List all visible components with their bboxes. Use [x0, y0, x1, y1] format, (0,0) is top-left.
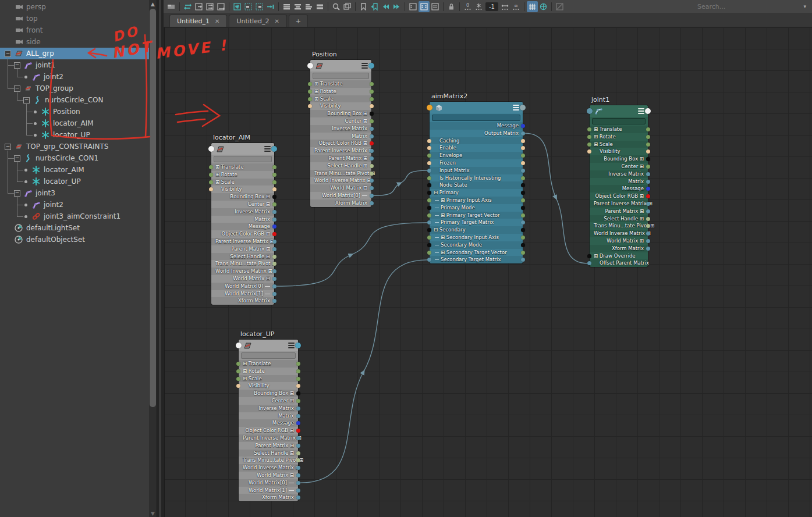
add-node-icon[interactable]: [166, 1, 177, 12]
output-port-dot[interactable]: [272, 284, 276, 288]
outliner-item-joint1[interactable]: −joint1: [0, 59, 149, 71]
outliner-item-TOP_grp_CONSTRAINTS[interactable]: −TOP_grp_CONSTRAINTS: [0, 141, 149, 152]
attr-row-Inverse-Matrix[interactable]: Inverse Matrix: [211, 208, 274, 216]
input-port-dot[interactable]: [209, 173, 213, 177]
input-port-dot[interactable]: [236, 384, 240, 388]
attr-row---Secondary-Input-Axis[interactable]: ⊞ Secondary Input Axis: [430, 234, 523, 241]
output-port-dot[interactable]: [521, 213, 525, 218]
attr-row-World-Matrix[0][interactable]: World Matrix[0]: [211, 283, 274, 290]
output-port-dot[interactable]: [272, 180, 276, 184]
attr-row-Matrix[interactable]: Matrix: [211, 216, 274, 223]
output-port-dot[interactable]: [296, 473, 300, 477]
swatch-lr-icon[interactable]: [499, 1, 510, 12]
search-input[interactable]: [696, 2, 792, 11]
attr-filter-field[interactable]: [214, 156, 272, 162]
input-port-dot[interactable]: [308, 90, 312, 94]
attr-row-Trans-Minu...tate-Pivot--[interactable]: Trans Minu...tate Pivot ⊞: [310, 170, 371, 177]
grid-snap-icon[interactable]: [527, 1, 538, 12]
outliner-item-nurbsCircle_CON1[interactable]: −nurbsCircle_CON1: [0, 152, 149, 164]
output-port-dot[interactable]: [521, 243, 525, 247]
outliner-item-locator_AIM[interactable]: locator_AIM: [0, 164, 149, 176]
outliner-item-Position[interactable]: Position: [0, 106, 149, 117]
input-port-dot[interactable]: [427, 169, 431, 173]
attr-row-Bounding-Box--[interactable]: Bounding Box ⊞: [590, 155, 648, 163]
attr-row-Xform-Matrix[interactable]: Xform Matrix: [239, 494, 298, 501]
outliner-item-joint2[interactable]: joint2: [0, 71, 149, 83]
input-port-dot[interactable]: [427, 251, 431, 255]
attr-row---Translate[interactable]: ⊞ Translate: [310, 80, 371, 88]
panel-divider[interactable]: [157, 0, 165, 517]
outliner-scrollbar[interactable]: ▲ ▼: [149, 0, 157, 517]
input-port-dot[interactable]: [308, 104, 312, 108]
node-joint1[interactable]: joint1 ⊞ Translate⊞ Rotate⊞ ScaleVisibil…: [590, 105, 648, 267]
output-port-dot[interactable]: [646, 165, 650, 169]
outliner-item-joint3[interactable]: −joint3: [0, 187, 149, 199]
node-locator_UP[interactable]: locator_UP ⊞ Translate⊞ Rotate⊞ ScaleVis…: [239, 340, 298, 501]
node-position[interactable]: Position ⊞ Translate⊞ Rotate⊞ ScaleVisib…: [310, 60, 371, 207]
attr-row---Scale[interactable]: ⊞ Scale: [590, 141, 648, 148]
tab-Untitled_1[interactable]: Untitled_1✕: [169, 15, 227, 27]
attr-row-Trans-Minu...tate-Pivot--[interactable]: Trans Minu...tate Pivot ⊞: [239, 457, 298, 464]
attr-row-World-Matrix[0][interactable]: World Matrix[0]: [239, 479, 298, 487]
attr-row-Enable[interactable]: Enable: [430, 144, 523, 152]
input-port-dot[interactable]: [427, 213, 431, 218]
output-port-dot[interactable]: [646, 247, 650, 251]
attr-row-Select-Handle--[interactable]: Select Handle ⊞: [310, 162, 371, 170]
scroll-down-icon[interactable]: ▼: [149, 509, 157, 517]
attr-row-Bounding-Box--[interactable]: Bounding Box ⊞: [239, 390, 298, 397]
input-port-dot[interactable]: [427, 161, 431, 165]
attr-row-Input-Matrix[interactable]: Input Matrix: [430, 167, 523, 174]
attr-row-Parent-Inverse-Matrix--[interactable]: Parent Inverse Matrix ⊞: [310, 147, 371, 155]
output-port-dot[interactable]: [521, 236, 525, 240]
attr-row-Bounding-Box--[interactable]: Bounding Box ⊞: [211, 193, 274, 201]
node-menu-icon[interactable]: [264, 146, 271, 152]
input-port-dot[interactable]: [209, 165, 213, 169]
attr-row-Visibility[interactable]: Visibility: [211, 186, 274, 193]
attr-row-Parent-Matrix--[interactable]: Parent Matrix ⊞: [211, 245, 274, 253]
output-port-dot[interactable]: [370, 82, 374, 86]
collapse-icon[interactable]: −: [14, 190, 20, 197]
attr-filter-field[interactable]: [432, 115, 520, 121]
show-outputs-icon[interactable]: [254, 1, 265, 12]
attr-row-Select-Handle--[interactable]: Select Handle ⊞: [211, 253, 274, 261]
input-port-dot[interactable]: [427, 146, 431, 150]
attr-row-Select-Handle--[interactable]: Select Handle ⊞: [590, 215, 648, 223]
attr-row-Center--[interactable]: Center ⊞: [211, 201, 274, 208]
input-port-dot[interactable]: [587, 135, 591, 139]
output-port-dot[interactable]: [272, 218, 276, 222]
select-network-icon[interactable]: [232, 1, 243, 12]
input-port-dot[interactable]: [427, 258, 431, 262]
outliner-item-locator_UP[interactable]: locator_UP: [0, 129, 149, 141]
header-input-plug[interactable]: [587, 108, 593, 114]
attr-row-Visibility[interactable]: Visibility: [310, 102, 371, 110]
input-port-dot[interactable]: [427, 183, 431, 187]
output-port-dot[interactable]: [521, 169, 525, 173]
output-port-dot[interactable]: [646, 180, 650, 184]
attr-row---Scale[interactable]: ⊞ Scale: [211, 179, 274, 186]
layout-4-icon[interactable]: [314, 1, 325, 12]
attr-row-Output-Matrix[interactable]: Output Matrix: [430, 130, 523, 137]
output-port-dot[interactable]: [370, 90, 374, 94]
header-output-plug[interactable]: [271, 146, 277, 152]
input-port-dot[interactable]: [209, 187, 213, 191]
attr-row-Message[interactable]: Message: [590, 185, 648, 192]
lock-icon[interactable]: [446, 1, 457, 12]
output-port-dot[interactable]: [272, 277, 276, 281]
outliner-item-TOP_group[interactable]: −TOP_group: [0, 83, 149, 94]
attr-row-Trans-Minu...tate-Pivot--[interactable]: Trans Minu...tate Pivot ⊞: [211, 260, 274, 268]
input-port-dot[interactable]: [427, 139, 431, 143]
attr-row-Secondary-Target-Matrix[interactable]: Secondary Target Matrix: [430, 256, 523, 263]
attr-row-Parent-Inverse-Matrix--[interactable]: Parent Inverse Matrix ⊞: [590, 200, 648, 208]
attr-row-World-Matrix[1][interactable]: World Matrix[1]: [239, 487, 298, 494]
attr-row-World-Inverse-Matrix--[interactable]: World Inverse Matrix ⊞: [211, 268, 274, 275]
header-output-plug[interactable]: [295, 343, 301, 348]
swatch-0-icon[interactable]: 0: [462, 1, 473, 12]
node-menu-icon[interactable]: [288, 343, 295, 348]
output-port-dot[interactable]: [521, 161, 525, 165]
attr-row-Envelope[interactable]: Envelope: [430, 152, 523, 159]
output-port-dot[interactable]: [272, 210, 276, 214]
attr-row-Visibility[interactable]: Visibility: [239, 382, 298, 390]
swatch-star-icon[interactable]: [473, 1, 484, 12]
outliner-item-locator_UP[interactable]: locator_UP: [0, 176, 149, 187]
outliner-item-ALL_grp[interactable]: −ALL_grp: [0, 48, 149, 59]
